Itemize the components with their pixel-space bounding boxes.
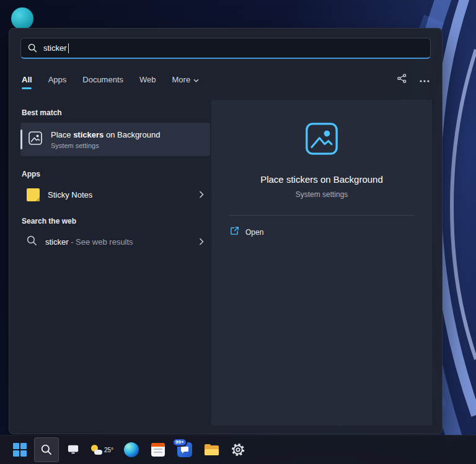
calendar-icon <box>151 443 165 457</box>
desktop-monitor-icon <box>67 444 79 455</box>
search-input[interactable]: sticker <box>20 38 431 59</box>
notification-badge: 99+ <box>172 438 187 447</box>
start-button[interactable] <box>7 437 32 462</box>
search-flyout-panel: sticker All Apps Documents Web More <box>9 28 443 434</box>
results-list: Best match Place stickers on Background … <box>20 100 210 254</box>
search-icon <box>28 43 37 53</box>
chevron-down-icon <box>193 75 199 84</box>
tab-all[interactable]: All <box>22 75 32 84</box>
tab-all-label: All <box>22 75 32 84</box>
result-web-search[interactable]: sticker - See web results <box>20 229 210 254</box>
divider <box>229 215 415 216</box>
search-icon <box>41 444 52 455</box>
active-tab-indicator <box>22 87 32 89</box>
file-explorer-icon <box>205 444 219 455</box>
wallpaper-bloom-dot <box>11 7 33 30</box>
edge-browser-button[interactable] <box>119 437 144 462</box>
share-icon[interactable] <box>397 73 407 86</box>
section-best-match: Best match <box>22 108 210 117</box>
gear-icon <box>231 442 245 457</box>
search-filter-tabs: All Apps Documents Web More <box>22 71 430 88</box>
result-title: Place stickers on Background <box>51 130 160 139</box>
tab-documents[interactable]: Documents <box>82 75 123 84</box>
search-query-text: sticker <box>43 43 67 53</box>
file-explorer-button[interactable] <box>199 437 224 462</box>
windows-logo-icon <box>13 443 27 457</box>
weather-temperature: 25° <box>104 447 113 453</box>
tab-more[interactable]: More <box>172 75 200 84</box>
web-search-icon <box>27 235 37 248</box>
tab-apps-label: Apps <box>48 75 67 84</box>
tab-web-label: Web <box>139 75 156 84</box>
edge-icon <box>124 442 139 457</box>
settings-button[interactable] <box>226 437 250 462</box>
widgets-weather-button[interactable]: 25° <box>87 437 117 462</box>
section-apps: Apps <box>22 170 210 178</box>
taskbar-search-button[interactable] <box>34 437 59 462</box>
result-subtitle: System settings <box>51 142 160 149</box>
picture-icon <box>28 131 43 148</box>
preview-title: Place stickers on Background <box>260 174 383 185</box>
selection-indicator <box>20 129 22 149</box>
open-label: Open <box>245 228 263 237</box>
open-action[interactable]: Open <box>230 226 263 238</box>
section-web: Search the web <box>22 217 210 225</box>
chevron-right-icon[interactable] <box>199 191 204 198</box>
open-external-icon <box>230 226 239 238</box>
result-best-match[interactable]: Place stickers on Background System sett… <box>20 123 210 156</box>
task-view-button[interactable] <box>61 437 86 462</box>
more-options-icon[interactable] <box>420 74 430 85</box>
result-label: Sticky Notes <box>48 190 92 199</box>
chevron-right-icon[interactable] <box>199 238 204 245</box>
preview-picture-icon <box>304 121 340 159</box>
calendar-app-button[interactable] <box>146 437 170 462</box>
preview-subtitle: System settings <box>296 190 348 199</box>
taskbar: 25° 99+ <box>0 435 476 464</box>
text-cursor <box>68 43 69 53</box>
tab-web[interactable]: Web <box>139 75 156 84</box>
sticky-notes-icon <box>27 188 40 201</box>
tab-apps[interactable]: Apps <box>48 75 67 84</box>
tab-more-label: More <box>172 75 191 84</box>
result-sticky-notes[interactable]: Sticky Notes <box>20 182 210 207</box>
chat-app-button[interactable]: 99+ <box>172 437 197 462</box>
tab-documents-label: Documents <box>82 75 123 84</box>
preview-pane: Place stickers on Background System sett… <box>211 100 432 426</box>
weather-icon <box>91 445 102 455</box>
result-label: sticker - See web results <box>45 237 133 247</box>
